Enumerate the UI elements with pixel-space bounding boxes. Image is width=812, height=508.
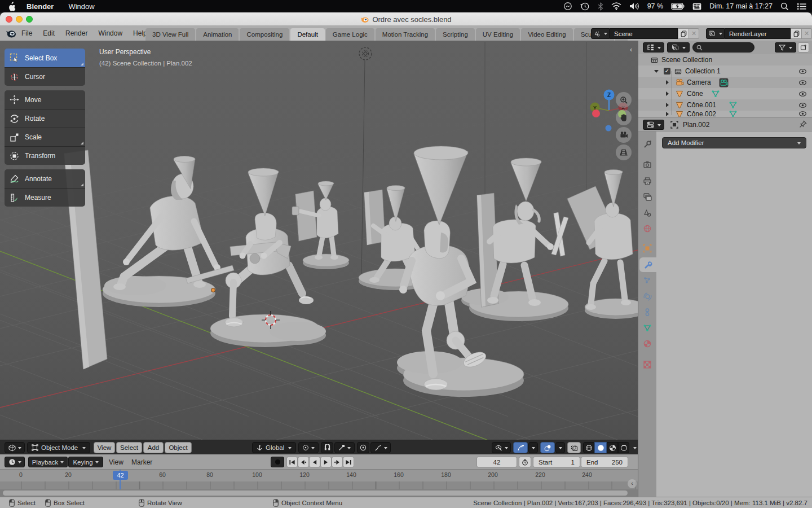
outliner-row-cone-002[interactable]: Cône.002 — [638, 111, 812, 117]
new-collection-button[interactable] — [798, 42, 809, 52]
timeline-marker-menu[interactable]: Marker — [131, 454, 152, 470]
jump-next-keyframe-button[interactable] — [332, 457, 343, 467]
tab-data-properties[interactable] — [638, 321, 656, 335]
timeline-collapse-icon[interactable]: ‹ — [628, 479, 637, 488]
mode-selector[interactable]: Object Mode — [27, 442, 90, 453]
current-frame-field[interactable]: 42 — [476, 457, 517, 467]
menu-render[interactable]: Render — [65, 29, 87, 37]
outliner-row-collection-1[interactable]: ✓ Collection 1 — [638, 65, 812, 77]
auto-keying-toggle[interactable] — [271, 457, 284, 467]
bluetooth-icon[interactable] — [598, 2, 603, 11]
tab-game-logic[interactable]: Game Logic — [326, 28, 374, 41]
outliner-editor-type-button[interactable] — [643, 42, 664, 52]
pin-icon[interactable] — [799, 120, 807, 128]
scene-copy-button[interactable] — [678, 28, 689, 39]
input-source-icon[interactable] — [692, 3, 701, 10]
eye-icon[interactable] — [798, 111, 807, 117]
transform-orientation-selector[interactable]: Global — [252, 442, 296, 453]
tool-move[interactable]: Move — [5, 90, 85, 109]
disclosure-triangle-icon[interactable] — [666, 103, 671, 107]
disclosure-triangle-icon[interactable] — [666, 80, 671, 85]
tab-material-properties[interactable] — [638, 336, 656, 351]
outliner-display-mode-button[interactable] — [667, 42, 690, 52]
eye-icon[interactable] — [798, 101, 807, 110]
tab-modifier-properties[interactable] — [639, 257, 656, 272]
wifi-icon[interactable] — [611, 2, 621, 10]
proportional-falloff-selector[interactable] — [370, 442, 391, 453]
play-button[interactable] — [320, 457, 332, 467]
scene-unlink-button[interactable]: ✕ — [689, 28, 699, 39]
jump-prev-keyframe-button[interactable] — [298, 457, 309, 467]
current-frame-badge[interactable]: 42 — [113, 471, 128, 480]
playback-menu[interactable]: Playback — [28, 457, 68, 467]
tool-measure[interactable]: Measure — [5, 188, 85, 207]
proportional-editing-toggle[interactable] — [357, 442, 369, 453]
select-menu[interactable]: Select — [116, 442, 142, 453]
view-layer-name-field[interactable]: RenderLayer — [725, 28, 791, 39]
window-titlebar[interactable]: Ordre avec socles.blend — [0, 12, 812, 26]
timeline-view-menu[interactable]: View — [109, 454, 123, 470]
snap-target-selector[interactable] — [334, 442, 355, 453]
jump-to-start-button[interactable] — [286, 457, 298, 467]
outliner-row-cone[interactable]: Cône — [638, 88, 812, 99]
tab-scene-properties[interactable] — [638, 205, 656, 220]
menubar-clock[interactable]: Dim. 17 mai à 17:27 — [709, 2, 773, 10]
properties-editor-type-button[interactable] — [643, 120, 664, 130]
gizmo-minus-y-axis[interactable] — [592, 110, 600, 117]
view-layer-browse-button[interactable] — [706, 28, 725, 39]
view-layer-copy-button[interactable] — [791, 28, 802, 39]
disclosure-triangle-icon[interactable] — [666, 91, 671, 96]
tab-uv-editing[interactable]: UV Editing — [476, 28, 520, 41]
add-menu[interactable]: Add — [143, 442, 164, 453]
tool-rotate[interactable]: Rotate — [5, 109, 85, 128]
tool-cursor[interactable]: Cursor — [5, 67, 85, 86]
gizmos-dropdown[interactable] — [528, 442, 538, 453]
spotlight-search-icon[interactable] — [780, 2, 789, 11]
menubar-app-name[interactable]: Blender — [27, 2, 54, 11]
pan-view-button[interactable] — [616, 110, 632, 125]
timeline-scrollbar[interactable] — [0, 489, 638, 497]
overlays-dropdown[interactable] — [555, 442, 565, 453]
tab-3d-view-full[interactable]: 3D View Full — [145, 28, 195, 41]
tool-scale[interactable]: Scale — [5, 128, 85, 146]
scene-browse-button[interactable] — [591, 28, 610, 39]
start-frame-field[interactable]: Start 1 — [533, 457, 580, 467]
menu-window[interactable]: Window — [98, 29, 122, 37]
keying-menu[interactable]: Keying — [68, 457, 103, 467]
tab-tool-properties[interactable] — [638, 137, 656, 152]
tab-constraint-properties[interactable] — [638, 305, 656, 319]
creative-cloud-icon[interactable] — [563, 2, 572, 11]
jump-to-end-button[interactable] — [343, 457, 354, 467]
tool-annotate[interactable]: Annotate — [5, 169, 85, 188]
disclosure-triangle-icon[interactable] — [654, 70, 659, 75]
add-modifier-dropdown[interactable]: Add Modifier — [662, 137, 806, 148]
shading-solid-button[interactable] — [594, 442, 607, 453]
outliner-row-cone-001[interactable]: Cône.001 — [638, 99, 812, 111]
menubar-window-menu[interactable]: Window — [68, 2, 94, 11]
view-menu[interactable]: View — [94, 442, 115, 453]
notification-center-icon[interactable] — [797, 3, 806, 10]
shading-dropdown[interactable] — [630, 442, 638, 453]
menu-edit[interactable]: Edit — [43, 29, 55, 37]
eye-icon[interactable] — [798, 90, 807, 98]
object-visibility-dropdown[interactable] — [492, 442, 511, 453]
time-machine-icon[interactable] — [580, 2, 590, 11]
camera-view-button[interactable] — [616, 127, 632, 143]
pivot-point-selector[interactable] — [298, 442, 319, 453]
outliner-row-scene-collection[interactable]: Scene Collection — [638, 54, 812, 65]
sidebar-collapse-icon[interactable]: ‹ — [630, 45, 632, 54]
tab-scripting[interactable]: Scripting — [436, 28, 475, 41]
timeline-track[interactable] — [0, 481, 638, 489]
editor-type-selector[interactable] — [5, 442, 25, 453]
outliner-row-camera[interactable]: Camera — [638, 77, 812, 88]
apple-menu-icon[interactable] — [8, 2, 16, 11]
tab-texture-properties[interactable] — [638, 357, 656, 372]
collection-checkbox[interactable]: ✓ — [664, 68, 670, 75]
play-reverse-button[interactable] — [309, 457, 320, 467]
tab-output-properties[interactable] — [638, 174, 656, 189]
eye-icon[interactable] — [798, 78, 807, 87]
timeline-editor-type-button[interactable] — [5, 457, 25, 467]
tab-view-layer-properties[interactable] — [638, 190, 656, 204]
zoom-view-button[interactable] — [616, 92, 632, 108]
timeline-ruler[interactable]: 0 20 60 80 100 120 140 160 180 200 220 2… — [0, 470, 638, 481]
